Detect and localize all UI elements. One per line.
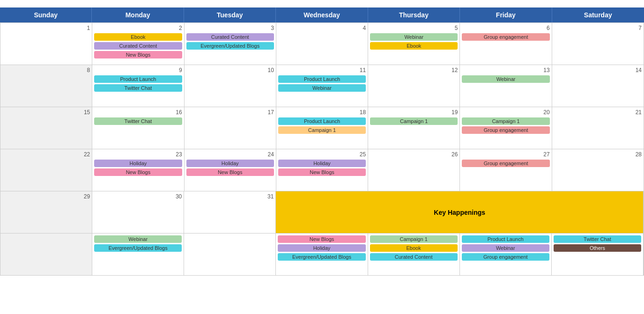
event: New Blogs [94, 51, 182, 58]
event: Campaign 1 [370, 117, 458, 125]
date-number: 27 [462, 151, 549, 158]
event-product-launch: Product Launch [462, 235, 549, 243]
cal-cell-w4d1-content: Webinar Evergreen/Updated Blogs [92, 234, 184, 276]
event-webinar: Webinar [94, 235, 182, 243]
day-header-tuesday: Tuesday [184, 7, 276, 22]
event: Evergreen/Updated Blogs [186, 42, 274, 50]
event: Holiday [186, 160, 274, 167]
cal-cell-w3d0: 22 [0, 149, 92, 191]
date-number: 4 [278, 25, 366, 31]
date-number: 30 [94, 193, 182, 200]
cal-cell-w4d0-content [0, 234, 92, 276]
date-number: 22 [2, 151, 90, 158]
event-holiday: Holiday [278, 244, 365, 252]
date-number: 6 [462, 25, 549, 31]
day-header-friday: Friday [460, 7, 552, 22]
event: Webinar [462, 75, 549, 83]
date-number: 7 [554, 25, 642, 31]
event: Ebook [94, 33, 182, 41]
cal-cell-w4d0: 29 [0, 191, 92, 234]
date-number: 13 [462, 67, 549, 73]
calendar-grid: 12EbookCurated ContentNew Blogs3Curated … [0, 22, 644, 191]
event: Curated Content [186, 33, 274, 41]
cal-cell-w0d6: 7 [552, 23, 644, 65]
cal-cell-w1d4: 12 [368, 65, 460, 107]
event: Twitter Chat [94, 117, 182, 125]
cal-cell-w2d5: 20Campaign 1Group engagement [460, 107, 552, 149]
cal-cell-w0d5: 6Group engagement [460, 23, 552, 65]
event-webinar2: Webinar [462, 244, 549, 252]
cal-cell-w0d4: 5WebinarEbook [368, 23, 460, 65]
cal-cell-w1d2: 10 [185, 65, 276, 107]
date-number: 20 [462, 109, 549, 116]
event: Group engagement [462, 160, 549, 167]
event: Group engagement [462, 126, 549, 134]
week5-content-row: Webinar Evergreen/Updated Blogs New Blog… [0, 234, 644, 276]
cal-cell-w4d3-content: New Blogs Holiday Evergreen/Updated Blog… [276, 234, 368, 276]
cal-cell-w3d3: 25HolidayNew Blogs [276, 149, 368, 191]
event-group-engagement: Group engagement [462, 253, 549, 261]
date-number: 25 [278, 151, 366, 158]
date-number: 18 [278, 109, 366, 116]
calendar: SundayMondayTuesdayWednesdayThursdayFrid… [0, 7, 644, 276]
cal-cell-w4d2: 31 [184, 191, 276, 234]
day-header-saturday: Saturday [552, 7, 644, 22]
event: Webinar [278, 84, 366, 92]
date-number: 11 [278, 67, 366, 73]
date-number: 31 [186, 193, 274, 200]
cal-cell-w1d6: 14 [552, 65, 644, 107]
event: Ebook [370, 42, 458, 50]
cal-cell-w2d1: 16Twitter Chat [92, 107, 184, 149]
cal-cell-w2d3: 18Product LaunchCampaign 1 [276, 107, 368, 149]
day-header-wednesday: Wednesday [276, 7, 368, 22]
date-number: 19 [370, 109, 458, 116]
date-number: 26 [370, 151, 458, 158]
cal-cell-w3d6: 28 [552, 149, 644, 191]
date-number: 21 [554, 109, 642, 116]
week5-date-row: 29 30 31 Key Happenings [0, 191, 644, 234]
cal-cell-w2d4: 19Campaign 1 [368, 107, 460, 149]
event: Group engagement [462, 33, 549, 41]
cal-cell-w1d1: 9Product LaunchTwitter Chat [92, 65, 184, 107]
event: Webinar [370, 33, 458, 41]
cal-cell-w4d2-content [184, 234, 276, 276]
date-number: 17 [186, 109, 274, 116]
event-curated: Curated Content [370, 253, 458, 261]
day-headers: SundayMondayTuesdayWednesdayThursdayFrid… [0, 7, 644, 22]
date-number: 3 [186, 25, 274, 31]
date-number: 15 [2, 109, 90, 116]
event: New Blogs [94, 168, 182, 176]
page-title [0, 0, 644, 7]
date-number: 28 [554, 151, 642, 158]
cal-cell-w0d2: 3Curated ContentEvergreen/Updated Blogs [185, 23, 276, 65]
date-number: 8 [2, 67, 90, 73]
cal-cell-w1d5: 13Webinar [460, 65, 552, 107]
cal-cell-w1d3: 11Product LaunchWebinar [276, 65, 368, 107]
event-evergreen-updated: Evergreen/Updated Blogs [278, 253, 365, 261]
cal-cell-w0d3: 4 [276, 23, 368, 65]
event-others: Others [554, 244, 641, 252]
cal-cell-w2d6: 21 [552, 107, 644, 149]
cal-cell-w4d5-content: Product Launch Webinar Group engagement [460, 234, 552, 276]
event: Product Launch [278, 75, 366, 83]
event-campaign1: Campaign 1 [370, 235, 458, 243]
event: Holiday [94, 160, 182, 167]
date-number: 2 [94, 25, 182, 31]
date-number: 12 [370, 67, 458, 73]
date-number: 10 [186, 67, 274, 73]
event: Campaign 1 [278, 126, 366, 134]
date-number: 16 [94, 109, 182, 116]
day-header-sunday: Sunday [0, 7, 92, 22]
event: Holiday [278, 160, 366, 167]
date-number: 14 [554, 67, 642, 73]
event-twitter-chat: Twitter Chat [554, 235, 641, 243]
cal-cell-w1d0: 8 [0, 65, 92, 107]
event-new-blogs: New Blogs [278, 235, 365, 243]
cal-cell-w4d4-content: Campaign 1 Ebook Curated Content [368, 234, 460, 276]
event-ebook: Ebook [370, 244, 458, 252]
cal-cell-w3d2: 24HolidayNew Blogs [185, 149, 276, 191]
key-happenings-label: Key Happenings [276, 191, 644, 234]
cal-cell-w3d4: 26 [368, 149, 460, 191]
event: New Blogs [278, 168, 366, 176]
date-number: 5 [370, 25, 458, 31]
